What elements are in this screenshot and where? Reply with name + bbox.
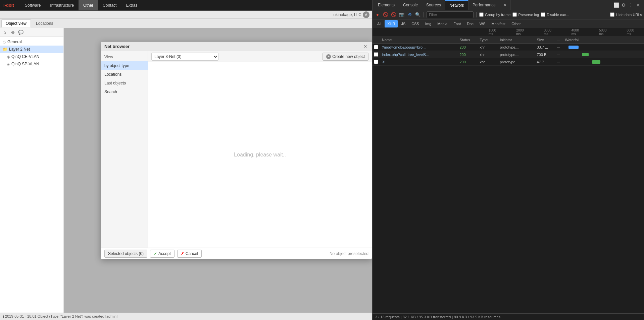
group-by-frame-text: Group by frame [485,13,510,17]
col-status-header[interactable]: Status [460,38,480,42]
modal-view-select[interactable]: Layer 3-Net (3) [151,53,218,61]
modal-sidebar-item-last-objects[interactable]: Last objects [101,79,148,87]
devtools-tab-sources[interactable]: Sources [422,0,445,10]
row-waterfall [565,46,643,49]
filter-icon[interactable]: ⊛ [407,12,413,18]
table-row[interactable]: index.php?call=tree_level&... 200 xhr pr… [373,51,644,58]
devtools-panel: Elements Console Sources Network Perform… [372,0,644,320]
accept-check-icon: ✓ [154,251,157,256]
filter-tab-xhr[interactable]: XHR [385,20,398,27]
col-name-header[interactable]: Name [381,38,460,42]
col-waterfall-header[interactable]: Waterfall [565,38,643,42]
filter-tab-js[interactable]: JS [398,20,408,27]
devtools-tab-console[interactable]: Console [399,0,422,10]
network-toolbar: ● 🚫 🚫 📷 ⊛ 🔍 Group by frame Preserve log … [373,10,644,19]
sidebar-item-qinq-ce[interactable]: ◈ QinQ CE-VLAN [0,53,63,60]
filter-tab-doc[interactable]: Doc [464,20,476,27]
sidebar-icon-home[interactable]: ⌂ [1,29,8,36]
devtools-tab-elements[interactable]: Elements [374,0,399,10]
waterfall-bar [568,46,579,49]
col-initiator-header[interactable]: Initiator [500,38,537,42]
row-size: 47.7 ... [537,60,557,64]
sidebar-item-qinq-sp[interactable]: ◈ QinQ SP-VLAN [0,60,63,68]
filter-tab-manifest[interactable]: Manifest [489,20,508,27]
filter-tab-font[interactable]: Font [451,20,463,27]
loading-text: Loading, please wait.. [234,152,286,158]
row-checkbox[interactable] [374,52,378,57]
row-dots[interactable]: ··· [557,60,565,64]
modal-sidebar-item-locations[interactable]: Locations [101,70,148,79]
selected-objects-button[interactable]: Selected objects (0) [104,250,147,258]
table-row[interactable]: 31 200 xhr prototype.... 47.7 ... ··· [373,58,644,66]
col-size-header[interactable]: Size [537,38,557,42]
col-dots-header[interactable]: ... [557,38,565,42]
preserve-log-label[interactable]: Preserve log [512,12,539,17]
sidebar-item-label: QinQ SP-VLAN [11,62,39,66]
devtools-tab-network[interactable]: Network [445,0,468,10]
general-icon: ◇ [3,40,6,45]
sidebar-item-general[interactable]: ◇ General [0,38,63,46]
filter-tab-other[interactable]: Other [509,20,524,27]
modal-titlebar: Net browser × [101,42,372,51]
sidebar-icon-chat[interactable]: 💬 [17,29,24,36]
col-type-header[interactable]: Type [480,38,500,42]
nav-infrastructure[interactable]: Infrastructure [45,0,79,10]
nav-extras[interactable]: Extras [121,0,142,10]
nav-software[interactable]: Software [20,0,45,10]
devtools-icon-dock[interactable]: ⬜ [613,2,619,8]
preserve-log-checkbox[interactable] [512,12,517,17]
filter-tab-css[interactable]: CSS [409,20,422,27]
nav-contact[interactable]: Contact [98,0,121,10]
stop-icon[interactable]: 🚫 [383,12,389,18]
devtools-tab-performance[interactable]: Performance [468,0,500,10]
devtools-icon-more[interactable]: ⋮ [628,2,634,8]
sidebar-icon-add[interactable]: ⊕ [9,29,16,36]
waterfall-bar [582,53,589,56]
devtools-tab-more[interactable]: » [500,0,511,10]
sidebar-item-layer2net[interactable]: 📁 Layer 2 Net [0,46,63,53]
net-filter-input[interactable] [427,11,474,18]
devtools-icon-settings[interactable]: ⚙ [621,2,627,8]
filter-tab-img[interactable]: Img [423,20,434,27]
row-checkbox[interactable] [374,45,378,49]
clear-icon[interactable]: 🚫 [391,12,397,18]
row-waterfall [565,53,643,56]
modal-sidebar-item-by-object-type[interactable]: by object type [101,61,148,70]
cancel-x-icon: ✗ [181,251,184,256]
app-logo[interactable]: i-doit [0,0,20,10]
cancel-button[interactable]: ✗ Cancel [177,250,202,258]
sidebar-item-label: General [7,40,22,44]
camera-icon[interactable]: 📷 [399,12,405,18]
row-dots[interactable]: ··· [557,53,565,57]
timeline-label-6: 6000 ms [627,28,634,36]
filter-tab-media[interactable]: Media [435,20,450,27]
group-by-frame-label[interactable]: Group by frame [479,12,510,17]
modal-sidebar: View by object type Locations Last objec… [101,51,148,248]
app-tabs: Object view Locations [0,19,372,28]
row-dots[interactable]: ··· [557,45,565,49]
disable-cache-checkbox[interactable] [541,12,545,17]
modal-sidebar-item-search[interactable]: Search [101,87,148,96]
group-by-frame-checkbox[interactable] [479,12,484,17]
modal-toolbar: Layer 3-Net (3) + Create new object [148,51,372,62]
devtools-icon-close[interactable]: ✕ [635,2,641,8]
modal-create-btn[interactable]: + Create new object [323,53,368,61]
user-avatar[interactable]: A [363,11,369,18]
modal-close-button[interactable]: × [362,44,368,50]
tab-object-view[interactable]: Object view [1,19,31,27]
record-icon[interactable]: ● [375,12,381,18]
filter-tab-all[interactable]: All [375,20,384,27]
search-net-icon[interactable]: 🔍 [415,12,421,18]
filter-tab-ws[interactable]: WS [477,20,488,27]
company-name: ukinokage, LLC [334,12,361,17]
hide-data-urls-checkbox[interactable] [610,12,614,17]
row-checkbox[interactable] [374,60,378,64]
accept-button[interactable]: ✓ Accept [150,250,175,258]
tab-locations[interactable]: Locations [32,19,57,27]
hide-data-urls-label[interactable]: Hide data URLs [610,12,642,17]
nav-other[interactable]: Other [79,0,98,10]
network-filter-tabs: All XHR JS CSS Img Media Font Doc WS Man… [373,19,644,28]
preserve-log-text: Preserve log [518,13,539,17]
table-row[interactable]: ?mod=cmdb&popup=bro... 200 xhr prototype… [373,44,644,51]
disable-cache-label[interactable]: Disable cac... [541,12,569,17]
